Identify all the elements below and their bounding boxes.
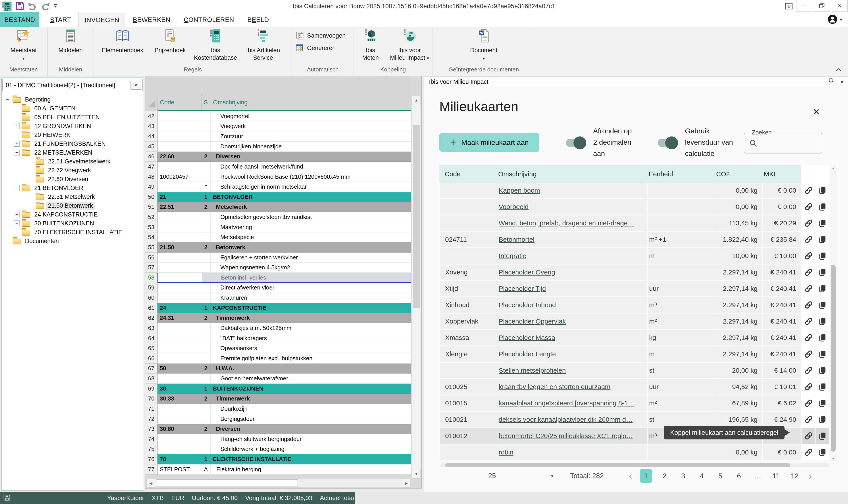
tab-bestand[interactable]: BESTAND [0, 12, 39, 27]
tab-start[interactable]: START [44, 12, 77, 27]
copy-icon[interactable] [818, 284, 827, 293]
grid-row-66[interactable]: 66Eternite golfplaten excl. hulpstukken [145, 354, 411, 364]
milieukaart-link[interactable]: betonmortel C20/25 milieuklasse XC1 regi… [499, 432, 633, 440]
milieukaart-row[interactable]: Kappen boom0,00 kg€ 0,00 [439, 183, 829, 198]
grid-column-omschrijving[interactable]: Omschrijving [211, 94, 411, 110]
grid-column-code[interactable]: Code [158, 94, 201, 110]
milieukaart-link[interactable]: deksels voor kanaalplaatvloer dik 260mm … [499, 416, 633, 423]
copy-icon[interactable] [818, 186, 827, 195]
copy-icon[interactable] [818, 301, 827, 309]
grid-row-63[interactable]: 63Dakbalkjes afm. 50x125mm [145, 323, 411, 333]
grid-row-52[interactable]: 52Opmetselen gevelsteen tbv randkist [145, 212, 411, 222]
tab-controleren[interactable]: CONTROLEREN [178, 12, 240, 27]
grid-hscroll-thumb[interactable] [156, 480, 298, 487]
grid-row-49[interactable]: 49"Schraagsteiger in norm metselaar [145, 182, 411, 192]
milieukaart-row[interactable]: 010015kanaalplaat ongeïsoleerd [overspan… [439, 395, 829, 411]
grid-row-47[interactable]: 47Dpc folie aansl. metselwerk/fund. [145, 162, 411, 172]
collapse-ribbon-icon[interactable] [835, 68, 842, 73]
milieukaart-link[interactable]: kraan tbv leggen en storten duurzaam [499, 383, 611, 391]
grid-row-59[interactable]: 59Direct afwerken vloer [145, 283, 411, 293]
milieukaart-link[interactable]: Placeholder Overig [499, 269, 555, 276]
milieukaart-link[interactable]: Placeholder Lengte [499, 350, 556, 358]
panel-vertical-scrollbar[interactable]: ▲ ▼ [830, 165, 836, 462]
milieukaart-link[interactable]: Placeholder Oppervlak [499, 318, 566, 325]
tree-expand-icon[interactable]: + [14, 123, 20, 129]
restore-button[interactable] [814, 0, 830, 12]
grid-row-48[interactable]: 48100020457Rockwool RockSono Base (210) … [145, 172, 411, 182]
copy-icon[interactable] [818, 202, 827, 211]
grid-row-45[interactable]: 45Doorstrijken binnenzijde [145, 142, 411, 152]
scroll-right-icon[interactable]: ▶ [402, 479, 411, 487]
copy-icon[interactable] [818, 268, 827, 277]
tree-item-24-kapconstructie[interactable]: +24 KAPCONSTRUCTIE [2, 210, 144, 219]
page-number[interactable]: 11 [767, 472, 785, 480]
undo-button[interactable] [28, 2, 37, 10]
copy-icon[interactable] [818, 382, 827, 391]
milieukaart-row[interactable]: robin0,00 kg€ 0,00 [439, 445, 829, 460]
scroll-left-icon[interactable]: ◀ [146, 479, 155, 487]
status-save-icon[interactable] [3, 494, 11, 502]
milieukaart-row[interactable]: XlengtePlaceholder Lengtem2.297,14 kg€ 2… [439, 346, 829, 362]
link-icon[interactable] [804, 415, 813, 424]
grid-row-65[interactable]: 65Opwaaiankers [145, 343, 411, 354]
tree-close-button[interactable]: × [130, 81, 141, 90]
grid-row-70[interactable]: 7030.332Timmerwerk [145, 394, 411, 404]
close-button[interactable]: × [832, 0, 848, 12]
milieukaart-link[interactable]: Stellen metselprofielen [499, 367, 566, 374]
grid-row-61[interactable]: 61241KAPCONSTRUCTIE [145, 303, 411, 313]
milieukaart-link[interactable]: Integratie [499, 252, 526, 259]
tree-item-21-funderingsbalken[interactable]: +21 FUNDERINGSBALKEN [2, 139, 144, 148]
copy-icon[interactable] [818, 219, 827, 228]
grid-vscroll-thumb[interactable] [413, 125, 420, 308]
page-number[interactable]: 5 [711, 472, 730, 480]
grid-row-73[interactable]: 7330.802Diversen [145, 424, 411, 434]
link-icon[interactable] [804, 366, 813, 375]
tree-item-30-buitenkozijnen[interactable]: +30 BUITENKOZIJNEN [2, 219, 144, 228]
page-number[interactable]: 4 [692, 472, 711, 480]
milieukaart-link[interactable]: Placeholder Massa [499, 334, 555, 341]
tree-item-22-51-gevelmetselwerk[interactable]: 22.51 Gevelmetselwerk [2, 157, 144, 166]
grid-row-75[interactable]: 75Schilderwerk + beglazing [145, 444, 411, 454]
milieukaart-row[interactable]: Voorbeeld0,00 kg€ 0,00 [439, 199, 829, 215]
copy-icon[interactable] [818, 333, 827, 342]
copy-icon[interactable] [818, 366, 827, 375]
page-next[interactable]: › [804, 471, 816, 480]
page-size-select[interactable]: 25 ▼ [488, 468, 555, 484]
minimize-button[interactable]: ─ [796, 0, 812, 12]
redo-button[interactable] [41, 2, 50, 10]
grid-row-42[interactable]: 42Voegmortel [145, 111, 411, 121]
tree-collapse-icon[interactable]: − [5, 97, 11, 102]
milieukaart-row[interactable]: XoverigPlaceholder Overig2.297,14 kg€ 24… [439, 265, 829, 280]
grid-row-53[interactable]: 53Maatvoering [145, 222, 411, 232]
tree-expand-icon[interactable]: + [14, 212, 20, 217]
link-icon[interactable] [804, 218, 813, 228]
search-input[interactable] [761, 135, 819, 151]
grid-row-44[interactable]: 44Zoutzuur [145, 131, 411, 142]
tree-item-22-60-diversen[interactable]: 22.60 Diversen [2, 175, 144, 183]
link-icon[interactable] [804, 235, 813, 244]
grid-row-69[interactable]: 69301BUITENKOZIJNEN [145, 384, 411, 394]
grid-select-all-corner[interactable] [145, 94, 158, 110]
copy-icon[interactable] [818, 448, 827, 457]
copy-icon[interactable] [818, 251, 827, 260]
grid-row-64[interactable]: 64"BAT" balkdragers [145, 333, 411, 343]
genereren-button[interactable]: Genereren [296, 44, 354, 52]
grid-row-67[interactable]: 67502H.W.A. [145, 364, 411, 374]
milieukaart-link[interactable]: Kappen boom [499, 187, 540, 194]
scroll-down-icon[interactable]: ▼ [412, 470, 421, 479]
create-milieukaart-button[interactable]: + Maak milieukaart aan [439, 133, 540, 152]
link-icon[interactable] [804, 382, 813, 392]
link-icon[interactable] [804, 333, 813, 342]
link-icon[interactable] [804, 284, 813, 293]
link-icon[interactable] [804, 186, 813, 195]
tree-expand-icon[interactable]: + [14, 220, 20, 226]
page-number[interactable]: 2 [655, 472, 674, 480]
tab-invoegen[interactable]: INVOEGEN [78, 13, 125, 27]
page-number-active[interactable]: 1 [637, 469, 655, 483]
grid-row-72[interactable]: 72Bergingsdeur [145, 414, 411, 424]
milieukaart-link[interactable]: Wand, beton, prefab, dragend en niet-dra… [499, 219, 634, 227]
link-icon[interactable] [804, 431, 813, 440]
save-button[interactable] [16, 2, 24, 11]
copy-icon[interactable] [818, 415, 827, 424]
milieukaart-row[interactable]: Wand, beton, prefab, dragend en niet-dra… [439, 215, 829, 231]
